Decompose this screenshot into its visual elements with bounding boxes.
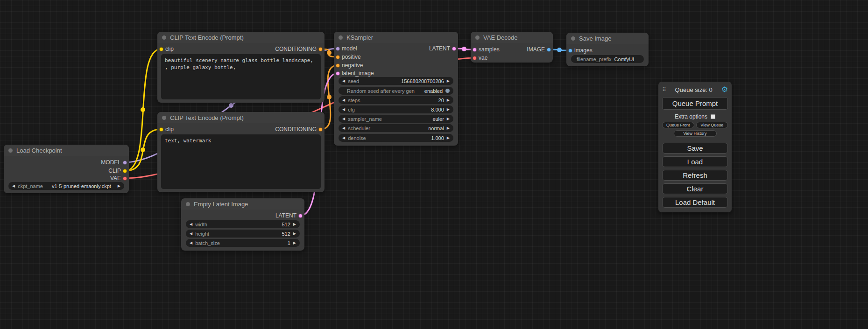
extra-options-label: Extra options — [675, 113, 707, 120]
queue-prompt-button[interactable]: Queue Prompt — [662, 97, 728, 110]
node-vae-decode[interactable]: VAE Decode samples vae IMAGE — [471, 32, 553, 63]
refresh-button[interactable]: Refresh — [662, 170, 728, 181]
prompt-textarea[interactable]: text, watermark — [161, 134, 321, 189]
prompt-textarea[interactable]: beautiful scenery nature glass bottle la… — [161, 54, 321, 99]
collapse-dot[interactable] — [186, 202, 190, 206]
gear-icon[interactable]: ⚙ — [721, 86, 728, 93]
increment-arrow-icon[interactable]: ▶ — [293, 223, 296, 226]
node-title-bar[interactable]: CLIP Text Encode (Prompt) — [157, 112, 325, 123]
increment-arrow-icon[interactable]: ▶ — [447, 79, 450, 83]
input-port-images[interactable] — [568, 49, 572, 53]
node-empty-latent-image[interactable]: Empty Latent Image LATENT ◀ width 512 ▶ … — [181, 198, 304, 251]
extra-options-row: Extra options — [662, 113, 728, 120]
node-title-bar[interactable]: Empty Latent Image — [181, 198, 304, 210]
input-port-negative[interactable] — [336, 63, 340, 68]
increment-arrow-icon[interactable]: ▶ — [447, 117, 450, 121]
view-history-button[interactable]: View History — [674, 130, 717, 137]
node-save-image[interactable]: Save Image images filename_prefix ComfyU… — [566, 33, 649, 66]
decrement-arrow-icon[interactable]: ◀ — [342, 117, 345, 121]
toggle-indicator[interactable] — [445, 89, 450, 93]
input-port-clip[interactable] — [159, 127, 163, 132]
decrement-arrow-icon[interactable]: ◀ — [342, 108, 345, 112]
decrement-arrow-icon[interactable]: ◀ — [190, 241, 192, 245]
steps-widget[interactable]: ◀ steps 20 ▶ — [339, 96, 453, 104]
extra-options-checkbox[interactable] — [711, 114, 715, 119]
load-default-button[interactable]: Load Default — [662, 197, 728, 208]
input-port-model[interactable] — [336, 47, 340, 51]
cfg-widget[interactable]: ◀ cfg 8.000 ▶ — [339, 105, 453, 113]
filename-prefix-widget[interactable]: filename_prefix ComfyUI — [571, 55, 644, 63]
batch-size-widget[interactable]: ◀ batch_size 1 ▶ — [186, 239, 300, 247]
output-port-conditioning[interactable] — [318, 47, 323, 51]
input-port-positive[interactable] — [336, 55, 340, 59]
input-port-latent-image[interactable] — [336, 71, 340, 76]
input-label-vae: vae — [479, 54, 487, 62]
widget-value: enabled — [424, 88, 443, 94]
node-title-bar[interactable]: KSampler — [334, 32, 458, 43]
height-widget[interactable]: ◀ height 512 ▶ — [186, 230, 300, 238]
decrement-arrow-icon[interactable]: ◀ — [342, 126, 345, 130]
view-queue-button[interactable]: View Queue — [696, 122, 728, 128]
increment-arrow-icon[interactable]: ▶ — [447, 98, 450, 102]
output-label-conditioning: CONDITIONING — [275, 126, 317, 133]
input-port-samples[interactable] — [473, 48, 477, 52]
ckpt-name-widget[interactable]: ◀ ckpt_name v1-5-pruned-emaonly.ckpt ▶ — [8, 182, 124, 190]
node-ksampler[interactable]: KSampler model positive negative latent_… — [334, 32, 458, 146]
node-canvas[interactable]: Load Checkpoint MODEL CLIP VAE ◀ ckpt_na… — [0, 0, 868, 329]
node-title-bar[interactable]: VAE Decode — [471, 32, 553, 43]
output-port-latent[interactable] — [452, 47, 456, 51]
increment-arrow-icon[interactable]: ▶ — [293, 232, 296, 236]
increment-arrow-icon[interactable]: ▶ — [118, 184, 120, 188]
widget-name: cfg — [348, 107, 355, 112]
output-label-vae: VAE — [110, 175, 121, 182]
output-label-latent: LATENT — [275, 212, 296, 219]
input-port-clip[interactable] — [159, 47, 163, 51]
increment-arrow-icon[interactable]: ▶ — [447, 108, 450, 112]
increment-arrow-icon[interactable]: ▶ — [447, 126, 450, 130]
increment-arrow-icon[interactable]: ▶ — [293, 241, 296, 245]
seed-widget[interactable]: ◀ seed 156680208700286 ▶ — [339, 77, 453, 85]
node-title-bar[interactable]: CLIP Text Encode (Prompt) — [157, 32, 325, 43]
wire-dot — [327, 95, 332, 99]
output-port-conditioning[interactable] — [318, 127, 323, 132]
output-port-latent[interactable] — [298, 214, 303, 218]
node-title-bar[interactable]: Load Checkpoint — [4, 145, 129, 156]
output-port-clip[interactable] — [123, 169, 127, 173]
decrement-arrow-icon[interactable]: ◀ — [342, 98, 345, 102]
sampler-name-widget[interactable]: ◀ sampler_name euler ▶ — [339, 115, 453, 123]
widget-name: steps — [348, 98, 360, 103]
wire-dot — [557, 48, 562, 52]
input-port-vae[interactable] — [473, 56, 477, 60]
drag-handle-icon[interactable]: ⠿ — [662, 86, 666, 93]
collapse-dot[interactable] — [339, 35, 343, 40]
collapse-dot[interactable] — [162, 116, 166, 120]
collapse-dot[interactable] — [571, 36, 575, 41]
queue-buttons-row: Queue Front View Queue — [662, 122, 728, 128]
node-clip-text-encode-negative[interactable]: CLIP Text Encode (Prompt) clip CONDITION… — [157, 112, 325, 192]
collapse-dot[interactable] — [475, 35, 480, 40]
clear-button[interactable]: Clear — [662, 183, 728, 194]
decrement-arrow-icon[interactable]: ◀ — [190, 223, 192, 226]
decrement-arrow-icon[interactable]: ◀ — [12, 184, 15, 188]
node-title-bar[interactable]: Save Image — [566, 33, 649, 44]
node-clip-text-encode-positive[interactable]: CLIP Text Encode (Prompt) clip CONDITION… — [157, 32, 325, 103]
node-load-checkpoint[interactable]: Load Checkpoint MODEL CLIP VAE ◀ ckpt_na… — [4, 145, 129, 193]
output-port-image[interactable] — [547, 48, 551, 52]
denoise-widget[interactable]: ◀ denoise 1.000 ▶ — [339, 134, 453, 142]
save-button[interactable]: Save — [662, 143, 728, 154]
queue-front-button[interactable]: Queue Front — [662, 122, 694, 128]
width-widget[interactable]: ◀ width 512 ▶ — [186, 220, 300, 228]
output-port-model[interactable] — [123, 161, 127, 165]
widget-value: 1 — [288, 240, 290, 246]
output-port-vae[interactable] — [123, 176, 127, 181]
load-button[interactable]: Load — [662, 156, 728, 167]
decrement-arrow-icon[interactable]: ◀ — [342, 136, 345, 140]
output-label-clip: CLIP — [108, 167, 121, 175]
decrement-arrow-icon[interactable]: ◀ — [342, 79, 345, 83]
random-seed-toggle-widget[interactable]: Random seed after every gen enabled — [339, 87, 453, 95]
decrement-arrow-icon[interactable]: ◀ — [190, 232, 192, 236]
collapse-dot[interactable] — [162, 35, 166, 40]
collapse-dot[interactable] — [8, 148, 13, 153]
scheduler-widget[interactable]: ◀ scheduler normal ▶ — [339, 124, 453, 132]
increment-arrow-icon[interactable]: ▶ — [447, 136, 450, 140]
